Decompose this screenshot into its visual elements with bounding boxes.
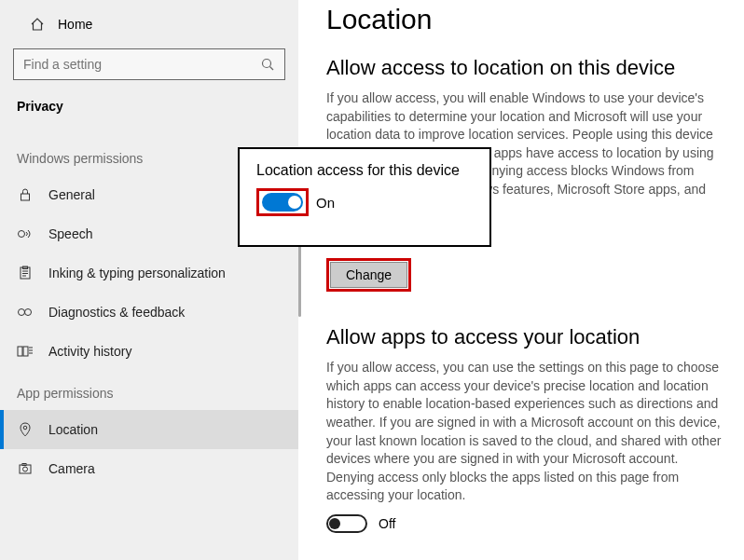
section-device-access-title: Allow access to location on this device (326, 56, 725, 80)
nav-camera[interactable]: Camera (0, 449, 298, 488)
svg-point-9 (19, 309, 25, 316)
nav-inking[interactable]: Inking & typing personalization (0, 253, 298, 293)
camera-icon (17, 460, 34, 477)
svg-line-1 (270, 67, 274, 71)
nav-label: Camera (48, 461, 95, 476)
svg-point-3 (19, 231, 25, 238)
main-content: Location Allow access to location on thi… (298, 0, 744, 560)
search-field[interactable] (23, 57, 260, 72)
page-title: Location (326, 4, 725, 35)
change-highlight: Change (326, 258, 411, 292)
nav-label: Speech (48, 226, 92, 241)
svg-point-10 (25, 309, 32, 316)
clipboard-icon (17, 265, 34, 281)
section-apps-access-title: Allow apps to access your location (326, 325, 725, 349)
nav-label: General (48, 187, 95, 202)
toggle-on-switch[interactable] (262, 193, 303, 212)
home-icon (30, 17, 45, 32)
feedback-icon (17, 304, 34, 321)
svg-rect-12 (23, 347, 28, 356)
svg-rect-2 (21, 194, 30, 200)
nav-label: Inking & typing personalization (48, 266, 226, 280)
speech-icon (17, 225, 34, 242)
search-input[interactable] (13, 48, 285, 80)
toggle-label: Off (379, 516, 395, 531)
section-apps-access-body: If you allow access, you can use the set… (326, 359, 725, 505)
toggle-label: On (316, 195, 335, 211)
nav-label: Diagnostics & feedback (48, 305, 185, 320)
nav-diagnostics[interactable]: Diagnostics & feedback (0, 293, 298, 332)
location-access-popup: Location access for this device On (238, 147, 491, 247)
nav-activity[interactable]: Activity history (0, 332, 298, 371)
home-button[interactable]: Home (0, 9, 298, 39)
category-label: Privacy (0, 93, 298, 136)
nav-label: Activity history (48, 344, 131, 359)
change-button[interactable]: Change (330, 262, 407, 288)
home-label: Home (58, 17, 92, 32)
svg-point-0 (263, 60, 271, 68)
group-app-permissions: App permissions (0, 371, 298, 410)
toggle-knob (288, 196, 301, 209)
search-wrap (0, 39, 298, 93)
location-icon (17, 421, 34, 438)
toggle-highlight (256, 188, 309, 216)
toggle-knob (329, 518, 340, 529)
lock-icon (17, 186, 34, 203)
search-icon (260, 57, 275, 72)
svg-rect-17 (20, 465, 31, 473)
popup-title: Location access for this device (256, 162, 473, 179)
history-icon (17, 343, 34, 360)
apps-access-toggle[interactable]: Off (326, 514, 725, 533)
sidebar: Home Privacy Windows permissions General… (0, 0, 298, 560)
toggle-off-switch[interactable] (326, 514, 367, 533)
nav-location[interactable]: Location (0, 410, 298, 449)
svg-rect-11 (18, 347, 22, 356)
svg-point-18 (23, 467, 28, 471)
nav-label: Location (48, 422, 98, 437)
svg-point-16 (23, 426, 27, 430)
